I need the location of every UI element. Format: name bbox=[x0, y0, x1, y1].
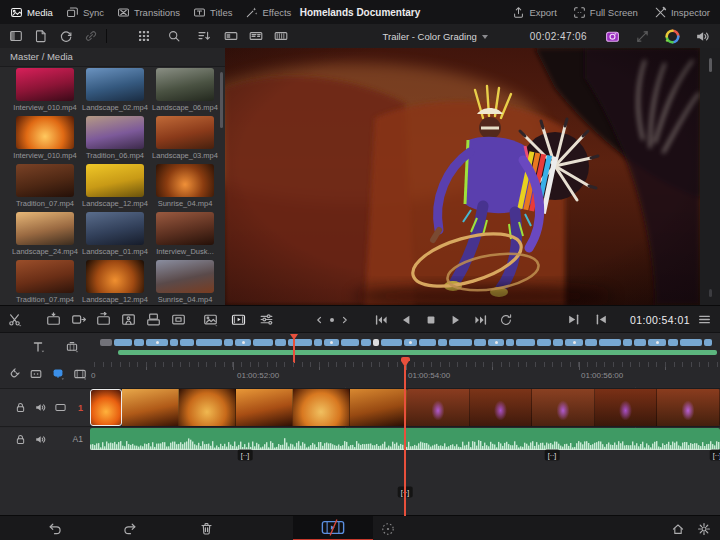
search-icon[interactable] bbox=[167, 29, 181, 43]
media-item[interactable]: Tradition_07.mp4 bbox=[11, 260, 79, 308]
skip-start-icon[interactable] bbox=[374, 313, 388, 327]
audio-clip[interactable] bbox=[90, 428, 720, 450]
clip-frame-thumbnail bbox=[122, 389, 179, 426]
media-pool-panel: Master / Media Interview_010.mp4Landscap… bbox=[0, 48, 226, 305]
home-icon[interactable] bbox=[671, 522, 685, 536]
media-scrollbar[interactable] bbox=[220, 72, 223, 128]
place-on-top-icon[interactable] bbox=[146, 312, 161, 327]
ruler-timecode-label: 01:00:54:00 bbox=[408, 371, 450, 380]
jump-prev-edit-icon[interactable] bbox=[594, 312, 609, 327]
source-overwrite-icon[interactable] bbox=[171, 312, 186, 327]
speaker-icon[interactable] bbox=[695, 29, 710, 44]
new-bin-icon[interactable] bbox=[34, 29, 48, 43]
view-filmstrip-b-icon[interactable] bbox=[249, 29, 263, 43]
clip-marker-badge[interactable]: [··] bbox=[710, 450, 720, 461]
mute-icon[interactable] bbox=[34, 401, 47, 414]
timeline-timecode[interactable]: 01:00:54:01 bbox=[630, 306, 690, 333]
media-item[interactable]: Landscape_24.mp4 bbox=[11, 212, 79, 260]
menu-item-sync-label: Sync bbox=[83, 7, 104, 18]
menu-item-fullscreen-label: Full Screen bbox=[590, 7, 638, 18]
jog-control[interactable] bbox=[314, 306, 350, 333]
redo-icon[interactable] bbox=[123, 521, 138, 536]
media-item[interactable]: Sunrise_04.mp4 bbox=[151, 164, 219, 212]
undo-icon[interactable] bbox=[47, 521, 62, 536]
color-wheel-icon[interactable] bbox=[665, 29, 680, 44]
media-item[interactable]: Landscape_06.mp4 bbox=[151, 68, 219, 116]
media-item[interactable]: Landscape_12.mp4 bbox=[81, 164, 149, 212]
breadcrumb[interactable]: Master / Media bbox=[0, 48, 225, 67]
play-reverse-icon[interactable] bbox=[399, 313, 413, 327]
snap-magnet-icon[interactable] bbox=[7, 367, 21, 381]
jump-next-edit-icon[interactable] bbox=[566, 312, 581, 327]
loop-icon[interactable] bbox=[499, 313, 513, 327]
source-timecode[interactable]: 00:02:47:06 bbox=[530, 31, 587, 42]
timeline-options-menu[interactable] bbox=[697, 306, 712, 333]
clip-marker-badge[interactable]: [··] bbox=[238, 450, 253, 461]
media-item[interactable]: Sunrise_04.mp4 bbox=[151, 260, 219, 308]
lock-icon[interactable] bbox=[14, 401, 27, 414]
view-film-icon[interactable] bbox=[274, 29, 288, 43]
media-item[interactable]: Interview_010.mp4 bbox=[11, 68, 79, 116]
close-up-icon[interactable] bbox=[121, 312, 136, 327]
timeline-ruler[interactable]: 01:00:52:0001:00:54:0001:00:56:000 bbox=[90, 361, 720, 387]
append-clip-icon[interactable] bbox=[71, 312, 86, 327]
settings-gear-icon[interactable] bbox=[697, 522, 711, 536]
grid-view-icon[interactable] bbox=[137, 29, 151, 43]
tab-color-page[interactable] bbox=[380, 516, 396, 540]
lock-icon[interactable] bbox=[14, 433, 27, 446]
menu-item-inspector[interactable]: Inspector bbox=[654, 6, 710, 19]
tab-cut-page[interactable] bbox=[293, 516, 373, 540]
viewer-zoom-handle[interactable] bbox=[709, 58, 712, 72]
sort-icon[interactable] bbox=[197, 29, 211, 43]
split-icon[interactable] bbox=[7, 312, 22, 327]
viewer[interactable] bbox=[225, 48, 700, 305]
mute-icon[interactable] bbox=[34, 433, 47, 446]
source-tape-icon[interactable] bbox=[231, 312, 246, 327]
marker-flag-icon[interactable] bbox=[51, 367, 65, 381]
smart-insert-icon[interactable] bbox=[46, 312, 61, 327]
unlink-icon[interactable] bbox=[84, 29, 98, 43]
video-clip-sunset[interactable] bbox=[90, 389, 407, 426]
picture-in-picture-icon[interactable] bbox=[203, 312, 218, 327]
media-item[interactable]: Interview_010.mp4 bbox=[11, 116, 79, 164]
menu-item-titles[interactable]: Titles bbox=[193, 6, 232, 19]
relink-icon[interactable] bbox=[59, 29, 73, 43]
menu-item-media[interactable]: Media bbox=[10, 6, 53, 19]
clip-marker-badge[interactable]: [··] bbox=[545, 450, 560, 461]
media-item[interactable]: Landscape_02.mp4 bbox=[81, 68, 149, 116]
menu-item-fullscreen[interactable]: Full Screen bbox=[573, 6, 638, 19]
timeline-name-dropdown[interactable]: Trailer - Color Grading bbox=[383, 31, 488, 42]
camera-grade-icon[interactable] bbox=[605, 29, 620, 44]
skip-end-icon[interactable] bbox=[474, 313, 488, 327]
menu-item-sync[interactable]: Sync bbox=[66, 6, 104, 19]
text-tool-icon[interactable] bbox=[31, 340, 45, 354]
panel-split-icon[interactable] bbox=[9, 29, 23, 43]
trim-editor-icon[interactable] bbox=[65, 340, 79, 354]
monitor-icon[interactable] bbox=[54, 401, 67, 414]
viewer-icons-group bbox=[605, 29, 720, 44]
marker-index-icon[interactable] bbox=[29, 367, 43, 381]
stop-icon[interactable] bbox=[424, 313, 438, 327]
filmstrip-view-icon[interactable] bbox=[73, 367, 87, 381]
edit-transport-bar: 01:00:54:01 bbox=[0, 305, 720, 334]
video-clip-dancer[interactable] bbox=[407, 389, 720, 426]
tools-icon[interactable] bbox=[259, 312, 274, 327]
media-item[interactable]: Interview_Dusk... bbox=[151, 212, 219, 260]
trash-icon[interactable] bbox=[199, 521, 214, 536]
menu-item-effects[interactable]: Effects bbox=[245, 6, 291, 19]
timeline-minimap[interactable] bbox=[100, 338, 717, 356]
resize-icon[interactable] bbox=[635, 29, 650, 44]
split-tool-group bbox=[7, 306, 22, 333]
menu-item-export[interactable]: Export bbox=[512, 6, 556, 19]
media-item[interactable]: Landscape_03.mp4 bbox=[151, 116, 219, 164]
media-item[interactable]: Tradition_07.mp4 bbox=[11, 164, 79, 212]
clip-marker-badge[interactable]: [··] bbox=[398, 487, 413, 498]
media-item[interactable]: Tradition_06.mp4 bbox=[81, 116, 149, 164]
media-item[interactable]: Landscape_12.mp4 bbox=[81, 260, 149, 308]
ripple-overwrite-icon[interactable] bbox=[96, 312, 111, 327]
minimap-playhead[interactable] bbox=[290, 334, 299, 340]
media-item[interactable]: Landscape_01.mp4 bbox=[81, 212, 149, 260]
menu-item-transitions[interactable]: Transitions bbox=[117, 6, 180, 19]
play-icon[interactable] bbox=[449, 313, 463, 327]
view-filmstrip-a-icon[interactable] bbox=[224, 29, 238, 43]
